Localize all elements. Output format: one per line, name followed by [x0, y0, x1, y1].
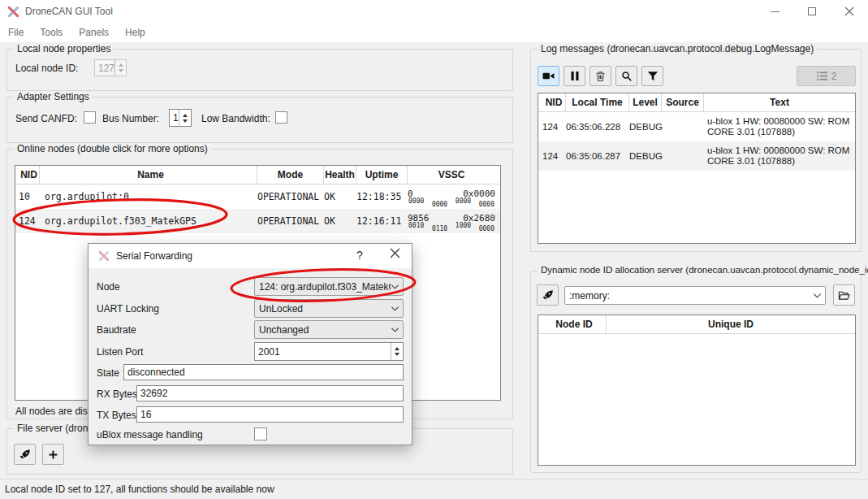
col-mode[interactable]: Mode	[257, 166, 324, 184]
close-icon	[844, 7, 854, 16]
allocation-table[interactable]: Node ID Unique ID	[538, 315, 856, 466]
tx-bytes-field[interactable]: 16	[136, 406, 404, 423]
node-row-124[interactable]: 124 org.ardupilot.f303_MatekGPS OPERATIO…	[15, 209, 500, 233]
spinner-arrows-icon[interactable]	[179, 110, 191, 126]
node-row-10[interactable]: 10 org.ardupilot:0 OPERATIONAL OK 12:18:…	[15, 184, 500, 209]
log-filter-button[interactable]	[641, 66, 663, 86]
group-title: Adapter Settings	[14, 91, 93, 102]
group-title: Online nodes (double click for more opti…	[14, 143, 211, 154]
col-name[interactable]: Name	[40, 166, 257, 184]
group-title: Local node properties	[14, 43, 114, 54]
ublox-handling-checkbox[interactable]	[254, 427, 267, 440]
low-bandwidth-checkbox[interactable]	[275, 111, 287, 124]
search-icon	[621, 71, 633, 82]
dialog-help-button[interactable]: ?	[352, 249, 367, 262]
log-row[interactable]: 124 06:35:06.287 DEBUG u-blox 1 HW: 0008…	[538, 141, 855, 171]
group-title: Log messages (dronecan.uavcan.protocol.d…	[538, 43, 817, 54]
col-level[interactable]: Level	[629, 93, 662, 111]
spinner-arrows-icon[interactable]	[391, 343, 403, 360]
rocket-icon	[19, 449, 31, 461]
node-label: Node	[97, 281, 120, 293]
vssc-cell: 98560x2680 0010011010000000	[408, 214, 495, 229]
state-label: State	[97, 367, 119, 379]
rx-bytes-label: RX Bytes	[97, 388, 137, 400]
pause-icon	[570, 71, 580, 81]
col-uptime[interactable]: Uptime	[356, 166, 408, 184]
allocation-server-start-button[interactable]	[537, 284, 559, 306]
uart-locking-label: UART Locking	[97, 303, 159, 315]
uart-locking-combobox[interactable]: UnLocked	[254, 299, 404, 318]
window-titlebar: DroneCAN GUI Tool	[0, 0, 868, 23]
node-combobox[interactable]: 124: org.ardupilot.f303_MatekGPS	[254, 277, 404, 296]
folder-open-icon	[838, 289, 850, 301]
allocation-db-combobox[interactable]: :memory:	[564, 286, 826, 305]
serial-forwarding-dialog: Serial Forwarding ? Node 124: org.ardupi…	[88, 243, 412, 445]
col-local-time[interactable]: Local Time	[566, 93, 629, 111]
group-title: Dynamic node ID allocation server (drone…	[538, 265, 868, 275]
table-header[interactable]: NID Local Time Level Source Text	[538, 93, 855, 112]
low-bandwidth-label: Low Bandwidth:	[201, 113, 270, 124]
col-source[interactable]: Source	[662, 93, 704, 111]
bus-number-spinner[interactable]: 1	[169, 109, 192, 127]
baudrate-combobox[interactable]: Unchanged	[254, 320, 404, 339]
col-nid[interactable]: NID	[15, 166, 40, 184]
log-search-button[interactable]	[615, 66, 637, 86]
log-table[interactable]: NID Local Time Level Source Text 124 06:…	[538, 93, 856, 244]
db-path-value: :memory:	[569, 290, 813, 302]
filter-funnel-icon	[647, 71, 659, 81]
file-server-start-button[interactable]	[14, 444, 36, 465]
log-clear-button[interactable]	[589, 66, 611, 86]
menu-file[interactable]: File	[0, 27, 32, 38]
table-header[interactable]: Node ID Unique ID	[538, 315, 855, 334]
state-field[interactable]: disconnected	[123, 364, 404, 380]
bus-number-label: Bus Number:	[102, 113, 159, 124]
ublox-handling-label: uBlox message handling	[97, 429, 203, 440]
spinner-arrows-icon	[114, 60, 126, 76]
menu-help[interactable]: Help	[117, 27, 153, 38]
col-text[interactable]: Text	[704, 93, 855, 111]
col-nid[interactable]: NID	[538, 93, 566, 111]
local-node-id-label: Local node ID:	[15, 63, 78, 74]
col-vssc[interactable]: VSSC	[408, 166, 495, 184]
menu-panels[interactable]: Panels	[71, 27, 117, 38]
adapter-settings-group: Adapter Settings Send CANFD: Bus Number:…	[6, 97, 513, 143]
dialog-titlebar[interactable]: Serial Forwarding ?	[89, 244, 412, 268]
file-server-add-path-button[interactable]	[42, 444, 64, 465]
table-header[interactable]: NID Name Mode Health Uptime VSSC	[15, 166, 500, 184]
local-node-id-spinner: 127	[94, 59, 127, 76]
minimize-button[interactable]	[756, 0, 793, 23]
col-unique-id[interactable]: Unique ID	[607, 315, 855, 333]
close-button[interactable]	[831, 0, 868, 23]
send-canfd-checkbox[interactable]	[84, 111, 96, 124]
listen-port-label: Listen Port	[97, 346, 143, 358]
rocket-icon	[542, 289, 554, 302]
maximize-icon	[808, 7, 816, 15]
app-logo-icon	[7, 6, 19, 18]
app-logo-icon	[98, 250, 110, 262]
list-icon	[816, 71, 828, 81]
col-node-id[interactable]: Node ID	[538, 315, 607, 333]
chevron-down-icon	[391, 284, 399, 290]
tx-bytes-label: TX Bytes	[97, 410, 136, 421]
browse-db-button[interactable]	[833, 284, 855, 306]
chevron-down-icon	[391, 306, 399, 312]
log-row[interactable]: 124 06:35:06.228 DEBUG u-blox 1 HW: 0008…	[538, 112, 855, 141]
status-message: Local node ID set to 127, all functions …	[5, 484, 274, 495]
vssc-cell: 00x0000 0000000000000000	[408, 189, 495, 205]
dynamic-node-id-group: Dynamic node ID allocation server (drone…	[530, 271, 862, 473]
menu-tools[interactable]: Tools	[32, 27, 71, 38]
window-title: DroneCAN GUI Tool	[25, 6, 113, 17]
video-camera-icon	[542, 71, 555, 81]
rx-bytes-field[interactable]: 32692	[136, 385, 404, 401]
maximize-button[interactable]	[793, 0, 831, 23]
log-history-pages-button: 2	[797, 66, 856, 86]
listen-port-spinner[interactable]: 2001	[254, 342, 404, 361]
send-canfd-label: Send CANFD:	[15, 113, 77, 124]
col-health[interactable]: Health	[324, 166, 356, 184]
log-pause-button[interactable]	[564, 66, 585, 86]
menubar: File Tools Panels Help	[0, 23, 868, 42]
log-record-button[interactable]	[538, 66, 559, 86]
dialog-title: Serial Forwarding	[116, 250, 192, 262]
dialog-close-button[interactable]	[390, 248, 400, 258]
plus-icon	[48, 449, 58, 460]
